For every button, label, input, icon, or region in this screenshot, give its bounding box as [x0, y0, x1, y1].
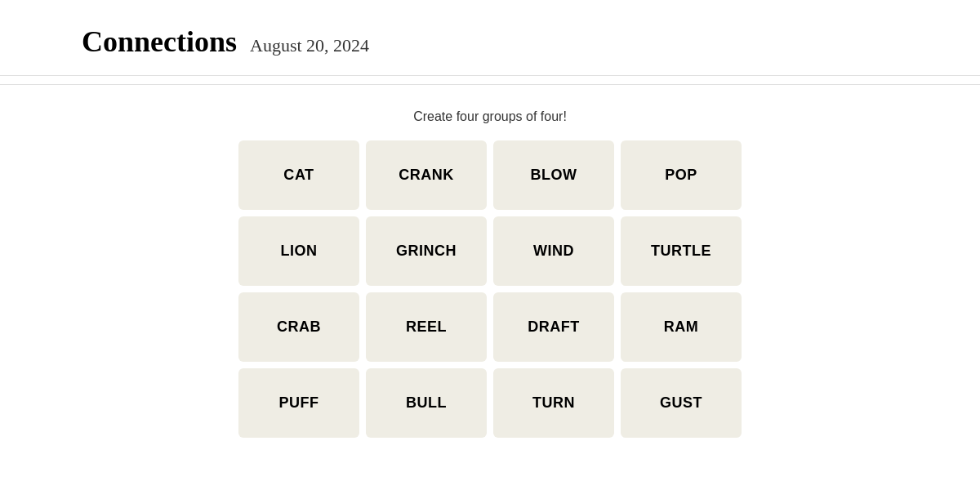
tile-lion[interactable]: LION — [238, 216, 359, 286]
tile-label-crab: CRAB — [277, 318, 321, 336]
tile-crab[interactable]: CRAB — [238, 292, 359, 362]
tile-label-turtle: TURTLE — [651, 243, 711, 260]
tile-wind[interactable]: WIND — [493, 216, 614, 286]
subtitle: Create four groups of four! — [413, 109, 567, 124]
tile-label-wind: WIND — [533, 243, 574, 260]
tile-turtle[interactable]: TURTLE — [621, 216, 742, 286]
tile-label-ram: RAM — [664, 318, 699, 336]
page-date: August 20, 2024 — [250, 35, 369, 56]
tile-bull[interactable]: BULL — [366, 368, 487, 438]
page-title: Connections — [82, 24, 237, 59]
tile-label-crank: CRANK — [399, 167, 454, 184]
tile-label-draft: DRAFT — [528, 318, 580, 336]
tile-cat[interactable]: CAT — [238, 140, 359, 210]
tile-grinch[interactable]: GRINCH — [366, 216, 487, 286]
page-header: Connections August 20, 2024 — [0, 0, 980, 76]
tile-label-pop: POP — [665, 167, 697, 184]
tile-label-puff: PUFF — [278, 394, 318, 412]
tile-ram[interactable]: RAM — [621, 292, 742, 362]
tile-reel[interactable]: REEL — [366, 292, 487, 362]
tile-label-grinch: GRINCH — [396, 243, 457, 260]
tile-label-reel: REEL — [406, 318, 447, 336]
tile-label-blow: BLOW — [530, 167, 577, 184]
tile-label-cat: CAT — [283, 167, 314, 184]
word-grid: CATCRANKBLOWPOPLIONGRINCHWINDTURTLECRABR… — [238, 140, 742, 438]
tile-label-lion: LION — [280, 243, 317, 260]
main-content: Create four groups of four! CATCRANKBLOW… — [0, 85, 980, 438]
tile-draft[interactable]: DRAFT — [493, 292, 614, 362]
tile-turn[interactable]: TURN — [493, 368, 614, 438]
tile-puff[interactable]: PUFF — [238, 368, 359, 438]
tile-crank[interactable]: CRANK — [366, 140, 487, 210]
tile-blow[interactable]: BLOW — [493, 140, 614, 210]
tile-label-gust: GUST — [660, 394, 702, 412]
tile-label-bull: BULL — [406, 394, 447, 412]
tile-label-turn: TURN — [532, 394, 575, 412]
tile-gust[interactable]: GUST — [621, 368, 742, 438]
tile-pop[interactable]: POP — [621, 140, 742, 210]
